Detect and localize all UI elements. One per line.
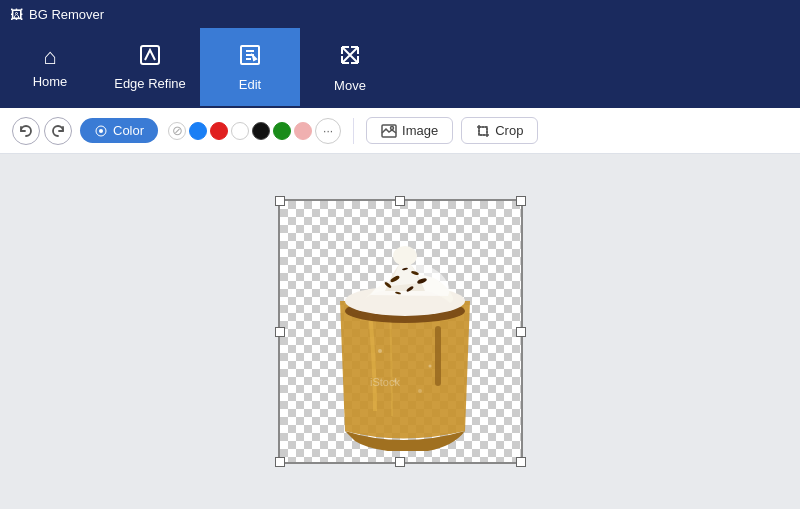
color-swatch-blue[interactable]: [189, 122, 207, 140]
toolbar-divider: [353, 118, 354, 144]
svg-text:iStock: iStock: [370, 376, 400, 388]
home-icon: ⌂: [43, 46, 56, 68]
color-swatch-transparent[interactable]: ⊘: [168, 122, 186, 140]
undo-redo-group: [12, 117, 72, 145]
titlebar: 🖼 BG Remover: [0, 0, 800, 28]
color-palette: ⊘ ···: [168, 118, 341, 144]
handle-top-left[interactable]: [275, 196, 285, 206]
redo-button[interactable]: [44, 117, 72, 145]
color-label: Color: [113, 123, 144, 138]
nav-item-edit[interactable]: Edit: [200, 28, 300, 106]
image-button[interactable]: Image: [366, 117, 453, 144]
nav-item-edge-refine[interactable]: Edge Refine: [100, 28, 200, 106]
svg-point-19: [428, 365, 431, 368]
undo-button[interactable]: [12, 117, 40, 145]
handle-top-right[interactable]: [516, 196, 526, 206]
color-button[interactable]: Color: [80, 118, 158, 143]
handle-mid-left[interactable]: [275, 327, 285, 337]
app-title: BG Remover: [29, 7, 104, 22]
image-label: Image: [402, 123, 438, 138]
move-icon: [337, 42, 363, 72]
toolbar: Color ⊘ ··· Image Crop: [0, 108, 800, 154]
nav-label-move: Move: [334, 78, 366, 93]
handle-mid-right[interactable]: [516, 327, 526, 337]
crop-container[interactable]: iStock: [278, 199, 523, 464]
svg-point-9: [393, 246, 417, 266]
svg-point-21: [418, 389, 422, 393]
svg-point-3: [99, 129, 103, 133]
svg-rect-17: [435, 326, 441, 386]
nav-label-home: Home: [33, 74, 68, 89]
handle-top-mid[interactable]: [395, 196, 405, 206]
nav-label-edit: Edit: [239, 77, 261, 92]
edge-refine-icon: [138, 43, 162, 70]
color-swatch-pink[interactable]: [294, 122, 312, 140]
handle-bottom-mid[interactable]: [395, 457, 405, 467]
svg-point-18: [378, 349, 382, 353]
handle-bottom-left[interactable]: [275, 457, 285, 467]
coffee-image: iStock: [310, 211, 495, 451]
color-swatch-red[interactable]: [210, 122, 228, 140]
nav-label-edge-refine: Edge Refine: [114, 76, 186, 91]
svg-point-5: [391, 126, 394, 129]
color-swatch-black[interactable]: [252, 122, 270, 140]
svg-rect-6: [479, 127, 487, 135]
crop-button[interactable]: Crop: [461, 117, 538, 144]
more-colors-button[interactable]: ···: [315, 118, 341, 144]
nav-item-move[interactable]: Move: [300, 28, 400, 106]
color-swatch-green[interactable]: [273, 122, 291, 140]
navbar: ⌂ Home Edge Refine Edit: [0, 28, 800, 108]
nav-item-home[interactable]: ⌂ Home: [0, 28, 100, 106]
crop-label: Crop: [495, 123, 523, 138]
edit-icon: [238, 43, 262, 71]
app-icon: 🖼: [10, 7, 23, 22]
canvas-area: iStock: [0, 154, 800, 509]
handle-bottom-right[interactable]: [516, 457, 526, 467]
color-swatch-white[interactable]: [231, 122, 249, 140]
